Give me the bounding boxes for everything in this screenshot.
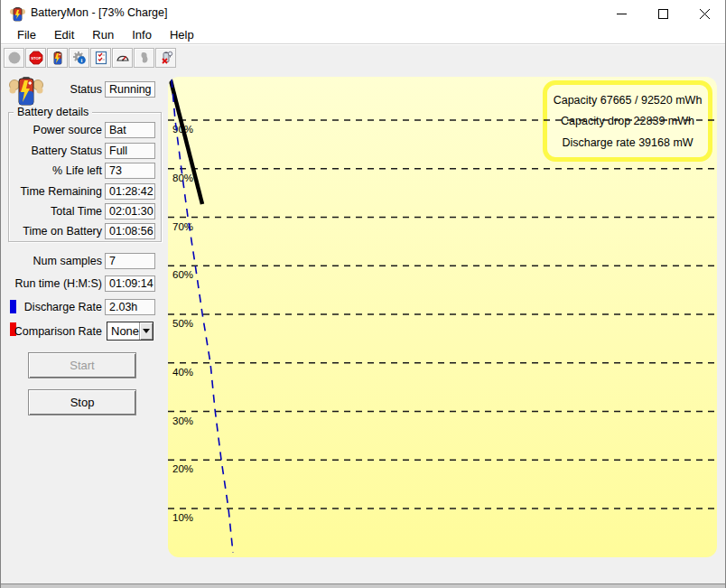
discharge-rate-label: Discharge Rate — [6, 299, 102, 315]
num-samples-label: Num samples — [6, 253, 102, 269]
discharge-chart: Capacity 67665 / 92520 mWh Capacity drop… — [168, 77, 717, 557]
batterymon-window: { "window": { "title": "BatteryMon - [73… — [0, 0, 726, 588]
app-battery-icon — [10, 5, 25, 22]
tick-label-20: 20% — [172, 463, 193, 474]
start-button[interactable]: Start — [28, 352, 136, 378]
comparison-rate-dropdown-button[interactable] — [139, 322, 153, 340]
tick-label-50: 50% — [172, 318, 193, 329]
svg-text:STOP: STOP — [31, 56, 42, 61]
time-remaining-field[interactable]: 01:28:42 — [105, 183, 155, 200]
life-left-row: % Life left 73 — [1, 163, 163, 179]
status-row: Status Running — [1, 81, 163, 98]
total-time-row: Total Time 02:01:30 — [1, 203, 163, 219]
menu-info[interactable]: Info — [123, 27, 161, 43]
tick-label-10: 10% — [172, 512, 193, 523]
discharge-rate-row: Discharge Rate 2.03h — [1, 299, 163, 315]
battery-status-field[interactable]: Full — [105, 143, 155, 159]
minimize-icon — [617, 9, 627, 19]
checklist-icon — [94, 51, 108, 65]
total-time-field[interactable]: 02:01:30 — [105, 203, 155, 219]
power-source-label: Power source — [6, 122, 102, 138]
status-label: Status — [6, 81, 102, 98]
comparison-rate-select[interactable]: None — [107, 322, 154, 341]
minimize-button[interactable] — [600, 0, 642, 27]
power-source-field[interactable]: Bat — [105, 122, 155, 138]
series-battery-charge-actual — [170, 77, 202, 204]
battery-details-title: Battery details — [14, 106, 92, 118]
settings-button[interactable]: i — [69, 48, 89, 68]
life-left-label: % Life left — [6, 163, 102, 179]
time-remaining-label: Time Remaining — [6, 183, 102, 200]
svg-text:i: i — [80, 57, 82, 63]
chevron-down-icon — [143, 329, 150, 333]
chart-plot-area: 90%80%70%60%50%40%30%20%10% — [168, 77, 717, 557]
comparison-rate-row: Comparison Rate None — [1, 322, 163, 338]
comparison-rate-label: Comparison Rate — [6, 323, 102, 340]
maximize-icon — [658, 9, 668, 19]
stop-sign-icon: STOP — [29, 51, 43, 65]
record-button[interactable] — [4, 48, 24, 68]
time-on-battery-row: Time on Battery 01:08:56 — [1, 223, 163, 239]
menu-help[interactable]: Help — [161, 27, 203, 43]
stop-button[interactable]: Stop — [28, 389, 136, 415]
close-button[interactable] — [684, 0, 725, 27]
window-bottom-edge — [1, 581, 725, 588]
maximize-button[interactable] — [642, 0, 684, 27]
close-icon — [700, 9, 710, 19]
status-field[interactable]: Running — [105, 81, 155, 98]
battery-log-button[interactable] — [47, 48, 68, 68]
menu-file[interactable]: File — [8, 27, 45, 43]
gauge-button[interactable] — [112, 48, 133, 68]
menu-edit[interactable]: Edit — [45, 27, 83, 43]
tick-label-60: 60% — [172, 269, 193, 280]
run-time-row: Run time (H:M:S) 01:09:14 — [1, 275, 163, 292]
battery-status-row: Battery Status Full — [1, 143, 163, 159]
footprint-icon — [137, 51, 152, 65]
stop-logging-button[interactable]: STOP — [25, 48, 46, 68]
menu-bar: File Edit Run Info Help — [1, 27, 725, 43]
run-time-field[interactable]: 01:09:14 — [105, 275, 155, 292]
footprint-button[interactable] — [134, 48, 154, 68]
gauge-icon — [116, 51, 130, 65]
battery-icon — [51, 51, 65, 65]
time-on-battery-field[interactable]: 01:08:56 — [105, 223, 155, 239]
window-title: BatteryMon - [73% Charge] — [31, 6, 167, 19]
life-left-field[interactable]: 73 — [105, 163, 155, 179]
checklist-button[interactable] — [90, 48, 111, 68]
series-discharge-trend — [172, 79, 233, 553]
title-bar: BatteryMon - [73% Charge] — [1, 0, 725, 27]
tick-label-40: 40% — [172, 367, 193, 378]
power-source-row: Power source Bat — [1, 122, 163, 138]
comparison-rate-value: None — [107, 322, 139, 340]
menu-run[interactable]: Run — [83, 27, 123, 43]
num-samples-row: Num samples 7 — [1, 253, 163, 269]
total-time-label: Total Time — [6, 203, 102, 219]
time-on-battery-label: Time on Battery — [6, 223, 102, 239]
gear-info-icon: i — [72, 51, 87, 65]
tick-label-30: 30% — [172, 415, 193, 426]
num-samples-field[interactable]: 7 — [105, 253, 155, 269]
battery-inspect-button[interactable] — [155, 48, 176, 68]
battery-x-icon — [159, 51, 173, 65]
battery-status-label: Battery Status — [6, 143, 102, 159]
discharge-rate-field[interactable]: 2.03h — [105, 299, 155, 315]
record-icon — [7, 51, 22, 65]
run-time-label: Run time (H:M:S) — [6, 275, 102, 292]
toolbar: STOP i — [1, 45, 725, 72]
time-remaining-row: Time Remaining 01:28:42 — [1, 183, 163, 200]
